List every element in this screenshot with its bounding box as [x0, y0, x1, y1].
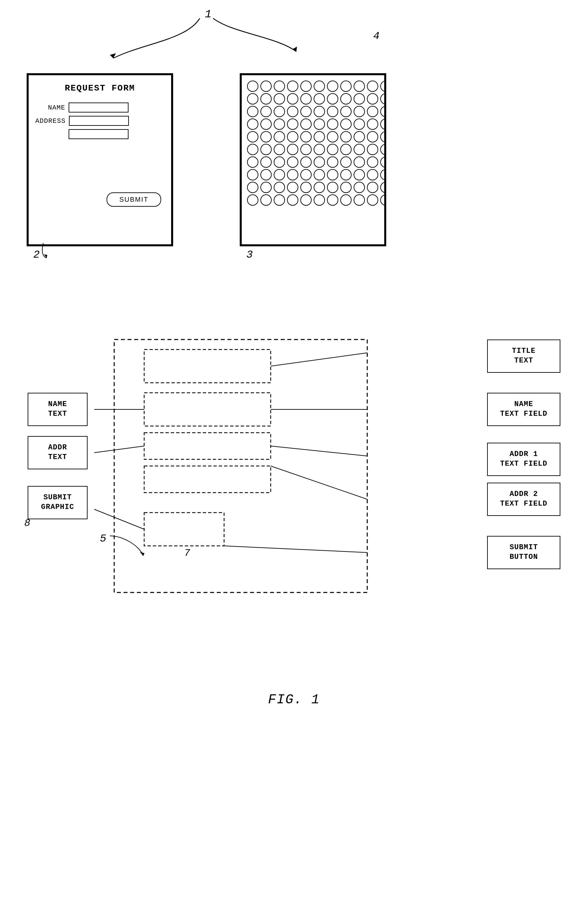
dot	[247, 80, 258, 92]
dot	[353, 80, 365, 92]
dot	[367, 118, 378, 130]
dot	[274, 93, 285, 105]
dot	[327, 182, 338, 193]
dot	[247, 182, 258, 193]
dot	[287, 106, 298, 117]
dot	[353, 93, 365, 105]
dot	[380, 131, 386, 143]
dot	[260, 144, 272, 155]
dot	[340, 131, 351, 143]
submit-graphic-label-box: SUBMITGRAPHIC	[28, 486, 87, 519]
address-input-2[interactable]	[69, 129, 128, 139]
name-text-field-box: NAMETEXT FIELD	[487, 393, 560, 426]
dot	[380, 93, 386, 105]
dot	[274, 169, 285, 181]
dot	[260, 156, 272, 168]
dot	[301, 93, 312, 105]
svg-text:8: 8	[24, 517, 30, 529]
svg-line-16	[271, 446, 367, 456]
addr-text-label-box: ADDRTEXT	[28, 436, 87, 469]
dot	[327, 106, 338, 117]
dot	[301, 194, 312, 206]
svg-rect-5	[114, 340, 367, 593]
dot	[247, 93, 258, 105]
dot	[380, 144, 386, 155]
svg-line-17	[271, 466, 367, 499]
dot	[340, 118, 351, 130]
dot	[260, 131, 272, 143]
dot	[274, 194, 285, 206]
dot	[247, 169, 258, 181]
dot	[287, 194, 298, 206]
dot	[340, 80, 351, 92]
svg-line-18	[224, 546, 367, 553]
dot	[367, 169, 378, 181]
address-input-1[interactable]	[69, 116, 129, 126]
svg-line-14	[271, 353, 367, 366]
dot	[274, 106, 285, 117]
svg-rect-9	[144, 466, 271, 493]
addr2-text-field-box: ADDR 2TEXT FIELD	[487, 483, 560, 516]
dot	[327, 131, 338, 143]
dot	[301, 156, 312, 168]
dot	[314, 169, 325, 181]
dot	[274, 80, 285, 92]
name-input[interactable]	[69, 102, 128, 113]
svg-line-13	[94, 509, 144, 529]
dot	[353, 106, 365, 117]
submit-button-box: SUBMITBUTTON	[487, 536, 560, 569]
name-text-label-box: NAMETEXT	[28, 393, 87, 426]
dots-grid	[242, 75, 384, 211]
fig-caption: FIG. 1	[20, 692, 568, 707]
dot	[301, 118, 312, 130]
dot	[301, 80, 312, 92]
dot	[314, 93, 325, 105]
address-label: ADDRESS	[35, 117, 66, 125]
svg-rect-10	[144, 512, 224, 546]
request-form: REQUEST FORM NAME ADDRESS SUBMIT	[26, 73, 173, 246]
dot	[301, 169, 312, 181]
dot	[380, 106, 386, 117]
dot	[287, 80, 298, 92]
dot	[353, 182, 365, 193]
dot	[260, 106, 272, 117]
dot	[380, 156, 386, 168]
dot	[380, 182, 386, 193]
dot	[380, 80, 386, 92]
dot	[287, 182, 298, 193]
svg-text:1: 1	[205, 8, 212, 21]
dot	[287, 169, 298, 181]
dot	[340, 194, 351, 206]
dot	[287, 156, 298, 168]
dot	[301, 144, 312, 155]
dot	[367, 93, 378, 105]
dot	[274, 144, 285, 155]
dot	[301, 182, 312, 193]
dot	[327, 156, 338, 168]
dot	[260, 93, 272, 105]
dot	[314, 106, 325, 117]
dot	[340, 144, 351, 155]
dot	[327, 194, 338, 206]
dot	[260, 169, 272, 181]
dot	[340, 156, 351, 168]
dot	[380, 169, 386, 181]
form-title: REQUEST FORM	[29, 75, 171, 99]
dot	[340, 169, 351, 181]
dot	[314, 118, 325, 130]
submit-button[interactable]: SUBMIT	[107, 192, 161, 207]
dot	[247, 131, 258, 143]
svg-rect-7	[144, 393, 271, 426]
dot	[353, 144, 365, 155]
dot	[353, 169, 365, 181]
dot	[314, 131, 325, 143]
dot	[367, 106, 378, 117]
dot	[353, 118, 365, 130]
dot	[367, 80, 378, 92]
dot	[340, 106, 351, 117]
dot	[327, 118, 338, 130]
dot	[260, 194, 272, 206]
dot	[367, 144, 378, 155]
dot	[274, 118, 285, 130]
dot	[327, 144, 338, 155]
